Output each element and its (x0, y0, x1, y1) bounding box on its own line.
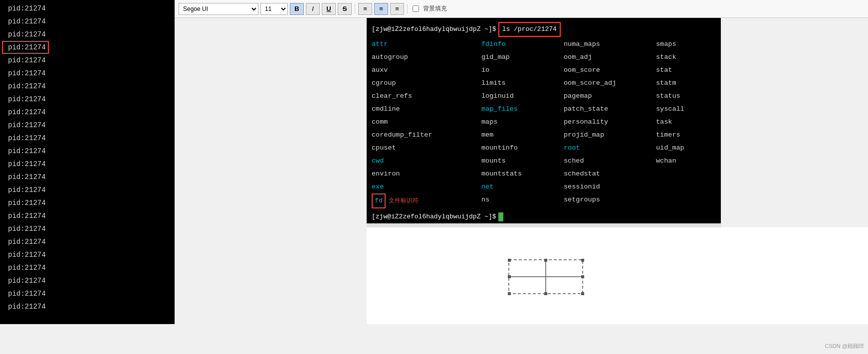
prompt-text-2: [zjw@iZ2zefol6hadylqbwuijdpZ ~]$ (372, 210, 496, 223)
svg-rect-7 (544, 259, 547, 262)
pid-item: pid:21274 (0, 134, 46, 142)
strikethrough-button[interactable]: S (338, 3, 352, 15)
pid-item-wrapper: pid:21274 (0, 41, 175, 54)
pid-item: pid:21274 (2, 41, 49, 54)
term-cell: environ (372, 168, 481, 180)
pid-item-wrapper: pid:21274 (0, 54, 175, 67)
term-cell: cpuset (372, 142, 481, 155)
term-cell: stat (656, 64, 721, 77)
term-cell: smaps (656, 38, 721, 51)
pid-item: pid:21274 (0, 186, 46, 194)
term-cell: cmdline (372, 103, 481, 116)
font-selector[interactable]: Segoe UI (179, 3, 258, 15)
pid-item: pid:21274 (0, 121, 46, 129)
bg-fill-label: 背景填充 (423, 4, 447, 13)
pid-item-wrapper: pid:21274 (0, 196, 175, 209)
term-cell: io (481, 64, 564, 77)
fd-annotation: 文件标识符 (389, 194, 419, 207)
term-cell: sessionid (564, 180, 656, 193)
pid-item: pid:21274 (0, 17, 46, 25)
pid-item-wrapper: pid:21274 (0, 80, 175, 93)
svg-rect-5 (508, 292, 511, 295)
term-cell: numa_maps (564, 38, 656, 51)
pid-item: pid:21274 (0, 290, 46, 298)
term-cell: pagemap (564, 90, 656, 103)
term-cell: comm (372, 116, 481, 129)
term-cell: oom_score_adj (564, 77, 656, 90)
pid-item: pid:21274 (0, 251, 46, 259)
term-cell: statm (656, 77, 721, 90)
bottom-grey-area (0, 324, 868, 354)
pid-item-wrapper: pid:21274 (0, 287, 175, 300)
italic-button[interactable]: I (306, 3, 320, 15)
term-cell: attr (372, 38, 481, 51)
underline-button[interactable]: U (322, 3, 336, 15)
prompt-line-1: [zjw@iZ2zefol6hadylqbwuijdpZ ~]$ ls /pro… (372, 22, 716, 37)
svg-rect-9 (508, 275, 511, 278)
term-cell: stack (656, 51, 721, 64)
term-cell: cwd (372, 155, 481, 168)
term-cell: maps (481, 116, 564, 129)
term-cell: auxv (372, 64, 481, 77)
pid-item-wrapper: pid:21274 (0, 300, 175, 313)
term-cell: status (656, 90, 721, 103)
svg-rect-4 (581, 259, 584, 262)
pid-item: pid:21274 (0, 56, 46, 64)
separator-1 (355, 4, 355, 14)
term-cell: root (564, 142, 656, 155)
pid-item-wrapper: pid:21274 (0, 261, 175, 274)
pid-item: pid:21274 (0, 264, 46, 272)
pid-item: pid:21274 (0, 199, 46, 207)
size-selector[interactable]: 11 (260, 3, 288, 15)
term-cell: cgroup (372, 77, 481, 90)
separator-2 (407, 4, 408, 14)
term-cell: timers (656, 129, 721, 142)
term-cell: loginuid (481, 90, 564, 103)
command-text: ls /proc/21274 (498, 22, 561, 37)
prompt-text-1: [zjw@iZ2zefol6hadylqbwuijdpZ ~]$ (372, 23, 496, 36)
term-cell: gid_map (481, 51, 564, 64)
diagram (506, 257, 586, 297)
bg-fill-checkbox[interactable] (413, 5, 419, 12)
term-cell: projid_map (564, 129, 656, 142)
term-cell: wchan (656, 155, 721, 168)
term-cell: syscall (656, 103, 721, 116)
svg-rect-6 (581, 292, 584, 295)
pid-item-wrapper: pid:21274 (0, 15, 175, 28)
bold-button[interactable]: B (290, 3, 304, 15)
pid-item-wrapper: pid:21274 (0, 106, 175, 119)
pid-item: pid:21274 (0, 277, 46, 285)
pid-item-wrapper: pid:21274 (0, 145, 175, 158)
pid-item: pid:21274 (0, 108, 46, 116)
align-center-button[interactable]: ≡ (374, 3, 388, 15)
term-cell: oom_score (564, 64, 656, 77)
term-cell: personality (564, 116, 656, 129)
pid-item-wrapper: pid:21274 (0, 209, 175, 222)
term-cell: exe (372, 180, 481, 193)
align-right-button[interactable]: ≡ (390, 3, 404, 15)
svg-rect-8 (544, 292, 547, 295)
term-cell: uid_map (656, 142, 721, 155)
term-cell: mounts (481, 155, 564, 168)
term-cell: mountstats (481, 168, 564, 180)
toolbar: Segoe UI 11 B I U S ≡ ≡ ≡ 背景填充 (175, 0, 868, 18)
pid-item-wrapper: pid:21274 (0, 93, 175, 106)
term-cell: autogroup (372, 51, 481, 64)
term-cell: coredump_filter (372, 129, 481, 142)
term-cell: mountinfo (481, 142, 564, 155)
pid-item: pid:21274 (0, 225, 46, 233)
term-cell: schedstat (564, 168, 656, 180)
pid-item-wrapper: pid:21274 (0, 132, 175, 145)
term-cell: net (481, 180, 564, 193)
term-cell: oom_adj (564, 51, 656, 64)
align-left-button[interactable]: ≡ (358, 3, 372, 15)
term-cell: limits (481, 77, 564, 90)
pid-item: pid:21274 (0, 212, 46, 220)
term-cell: fdinfo (481, 38, 564, 51)
pid-item-wrapper: pid:21274 (0, 2, 175, 15)
csdn-watermark: CSDN @顾顾哔 (825, 343, 864, 350)
term-cell (656, 180, 721, 193)
term-cell (656, 168, 721, 180)
term-cell: mem (481, 129, 564, 142)
pid-item-wrapper: pid:21274 (0, 248, 175, 261)
